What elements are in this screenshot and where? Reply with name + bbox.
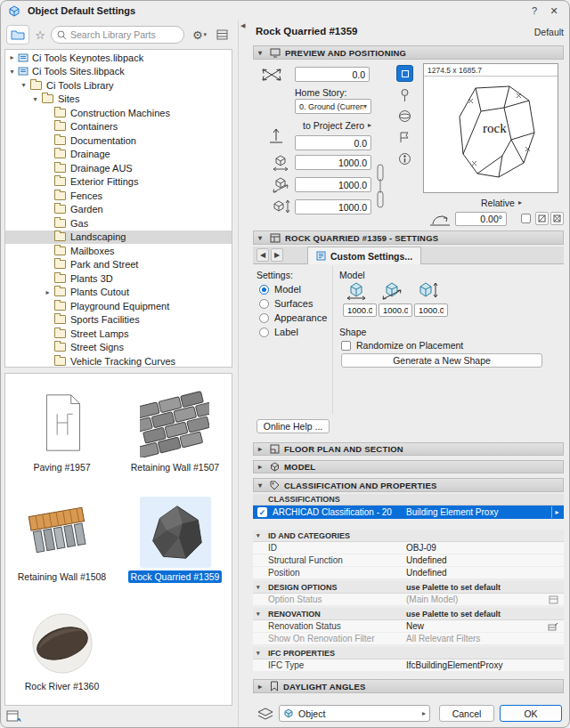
pin-view-button[interactable]	[398, 88, 411, 104]
randomize-checkbox-row[interactable]: Randomize on Placement	[341, 340, 463, 351]
collapse-left-panel-icon[interactable]: ◀	[240, 22, 245, 29]
tree-item[interactable]: Drainage	[5, 148, 232, 162]
radio-dot[interactable]	[259, 285, 269, 295]
group-renovation[interactable]: ▾RENOVATIONuse Palette to set default	[253, 608, 564, 620]
randomize-checkbox[interactable]	[341, 341, 351, 351]
classification-checkbox[interactable]: ✓	[257, 507, 267, 517]
expand-arrow[interactable]: ▸	[7, 53, 17, 61]
section-object-settings[interactable]: ▾ ROCK QUARRIED #1359 - SETTINGS	[253, 231, 564, 245]
library-item[interactable]: Retaining Wall #1507	[128, 387, 222, 473]
home-story-dropdown[interactable]: 0. Ground (Current) ▾	[295, 99, 371, 114]
help-button[interactable]: ?	[526, 3, 542, 19]
tree-item[interactable]: Containers	[5, 120, 232, 134]
expand-arrow[interactable]: ▾	[7, 68, 17, 76]
dim-y-field[interactable]	[295, 177, 371, 192]
property-row[interactable]: IFC TypeIfcBuildingElementProxy	[253, 659, 564, 672]
classification-row-selected[interactable]: ✓ ARCHICAD Classification - 20 Building …	[253, 506, 564, 519]
model-dim-z-field[interactable]	[414, 303, 448, 317]
classification-picker-arrow[interactable]: ▸	[551, 506, 562, 518]
mirror-checkbox[interactable]	[521, 214, 531, 223]
tree-item[interactable]: Mailboxes	[5, 244, 232, 258]
radio-model[interactable]: Model	[259, 284, 301, 295]
tree-item[interactable]: ▾Ci Tools Library	[5, 78, 232, 93]
model-dim-y-field[interactable]	[379, 303, 412, 317]
tree-item[interactable]: Fences	[5, 189, 232, 203]
radio-label-option[interactable]: Label	[259, 327, 298, 337]
tree-item[interactable]: Construction Machines	[5, 106, 232, 120]
tree-item[interactable]: Playground Equipment	[5, 299, 232, 313]
library-item-selected[interactable]: Rock Quarried #1359	[128, 497, 223, 583]
section-model[interactable]: ▸ MODEL	[253, 460, 564, 473]
panel-divider[interactable]	[238, 20, 239, 728]
library-panel-toggle[interactable]	[6, 710, 22, 725]
section-daylight-angles[interactable]: ▸ DAYLIGHT ANGLES	[253, 679, 564, 693]
radio-dot[interactable]	[259, 299, 269, 309]
property-row[interactable]: Structural FunctionUndefined	[253, 554, 564, 567]
group-design-options[interactable]: ▾DESIGN OPTIONSuse Palette to set defaul…	[253, 581, 564, 594]
library-item[interactable]: Retaining Wall #1508	[15, 497, 109, 583]
search-box[interactable]	[51, 26, 184, 44]
tree-item[interactable]: Park and Street	[5, 258, 232, 272]
property-row[interactable]: IDOBJ-09	[253, 542, 564, 554]
cancel-button[interactable]: Cancel	[439, 705, 494, 722]
section-view-button[interactable]	[398, 131, 411, 146]
property-row[interactable]: Renovation StatusNew	[253, 620, 564, 633]
generate-shape-button[interactable]: Generate a New Shape	[341, 353, 542, 368]
tree-item[interactable]: ▸Ci Tools Keynotes.libpack	[5, 51, 232, 65]
chain-link-icon[interactable]	[376, 161, 385, 214]
tree-item[interactable]: Street Signs	[5, 341, 232, 355]
search-input[interactable]	[70, 29, 178, 40]
expand-arrow[interactable]: ▾	[19, 81, 28, 89]
preview-2d-view-button[interactable]	[396, 65, 413, 82]
mirror-y-icon[interactable]	[550, 212, 564, 225]
tree-item-selected[interactable]: Landscaping	[5, 231, 232, 245]
section-classification-properties[interactable]: ▾ CLASSIFICATION AND PROPERTIES	[253, 478, 564, 492]
tree-item[interactable]: ▾Sites	[5, 93, 232, 107]
object-preview[interactable]: 1274.5 x 1685.7 rock	[423, 63, 558, 193]
tab-custom-settings[interactable]: Custom Settings...	[307, 247, 421, 264]
library-item[interactable]: Paving #1957	[27, 387, 98, 473]
dim-x-field[interactable]	[295, 155, 371, 170]
tree-item[interactable]: ▾Ci Tools Sites.libpack	[5, 65, 232, 79]
view-options-button[interactable]	[213, 27, 231, 43]
tab-scroll-right[interactable]: ▶	[271, 248, 283, 262]
favorites-star-icon[interactable]: ☆	[32, 27, 48, 43]
section-preview-positioning[interactable]: ▾ PREVIEW AND POSITIONING	[253, 45, 564, 60]
layers-icon[interactable]	[256, 706, 275, 723]
rotation-angle-field[interactable]	[455, 212, 507, 226]
property-row[interactable]: Show On Renovation FilterAll Relevant Fi…	[253, 633, 564, 645]
mirror-x-icon[interactable]	[535, 212, 549, 225]
ok-button[interactable]: OK	[500, 705, 562, 722]
expand-arrow[interactable]: ▸	[43, 288, 53, 296]
to-project-zero-button[interactable]: to Project Zero ▸	[295, 119, 371, 131]
tree-item[interactable]: Drainage AUS	[5, 161, 232, 175]
tree-item[interactable]: Street Lamps	[5, 327, 232, 341]
relative-button[interactable]: Relative ▸	[459, 197, 544, 208]
expand-arrow[interactable]: ▾	[30, 95, 40, 103]
tree-item[interactable]: ▸Plants Cutout	[5, 286, 232, 300]
property-row[interactable]: PositionUndefined	[253, 567, 564, 579]
3d-view-button[interactable]	[398, 109, 411, 125]
tab-scroll-left[interactable]: ◀	[256, 248, 269, 262]
radio-dot[interactable]	[259, 313, 269, 323]
info-button[interactable]	[398, 152, 411, 167]
radio-surfaces[interactable]: Surfaces	[259, 298, 313, 309]
radio-appearance[interactable]: Appearance	[259, 312, 327, 323]
tree-item[interactable]: Gas	[5, 216, 232, 231]
radio-dot[interactable]	[259, 328, 269, 337]
tree-item[interactable]: Plants 3D	[5, 271, 232, 286]
settings-gear-button[interactable]: ⚙ ▾	[188, 26, 211, 44]
dim-z-field[interactable]	[295, 199, 371, 214]
tree-item[interactable]: Documentation	[5, 133, 232, 148]
tree-item[interactable]: Garden	[5, 203, 232, 217]
group-ifc-properties[interactable]: ▾IFC PROPERTIES	[253, 647, 564, 659]
group-id-categories[interactable]: ▾ID AND CATEGORIES	[253, 530, 564, 542]
tree-item[interactable]: Vehicle Tracking Curves	[5, 354, 232, 368]
library-item[interactable]: Rock River #1360	[22, 606, 102, 692]
section-floor-plan[interactable]: ▸ FLOOR PLAN AND SECTION	[253, 442, 564, 456]
tree-item[interactable]: Sports Facilities	[5, 313, 232, 328]
tree-item[interactable]: Exterior Fittings	[5, 175, 232, 190]
property-row[interactable]: Option Status(Main Model)	[253, 594, 564, 606]
close-button[interactable]: ✕	[546, 3, 562, 19]
folder-view-button[interactable]	[6, 25, 29, 44]
